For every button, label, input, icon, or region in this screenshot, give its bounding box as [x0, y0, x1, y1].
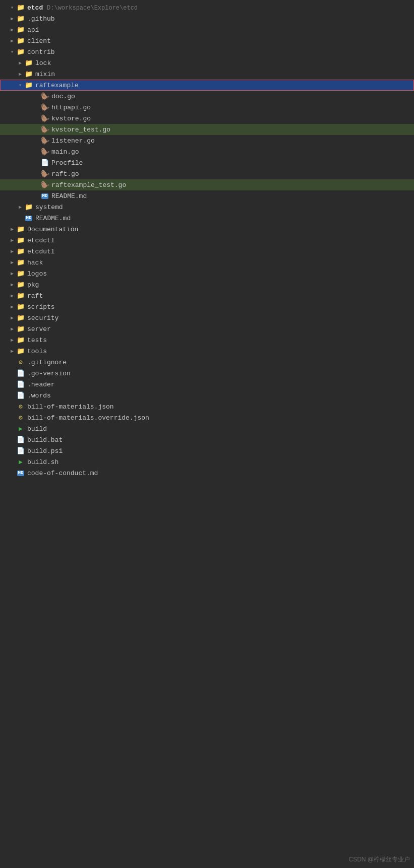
sh-file-icon: ▶ — [16, 457, 25, 466]
tree-item-words[interactable]: 📄 .words — [0, 390, 414, 401]
item-label: kvstore.go — [51, 115, 91, 122]
item-label: raftexample_test.go — [51, 181, 126, 189]
arrow-icon: ▶ — [16, 60, 24, 66]
arrow-icon: ▾ — [16, 82, 24, 88]
file-icon: 📄 — [16, 391, 25, 400]
tree-item-main-go[interactable]: 🦫 main.go — [0, 146, 414, 157]
item-label: systemd — [35, 204, 63, 211]
tree-item-build-bat[interactable]: 📄 build.bat — [0, 434, 414, 445]
item-label: etcdutl — [27, 248, 55, 255]
tree-item-raft[interactable]: ▶ 📁 raft — [0, 290, 414, 301]
folder-icon: 📁 — [16, 14, 25, 23]
item-label: server — [27, 325, 51, 333]
item-label: build.ps1 — [27, 447, 63, 455]
tree-item-systemd[interactable]: ▶ 📁 systemd — [0, 202, 414, 213]
arrow-icon: ▶ — [8, 282, 16, 288]
tree-item-contrib[interactable]: ▾ 📁 contrib — [0, 46, 414, 57]
tree-item-gitignore[interactable]: ⚙ .gitignore — [0, 357, 414, 368]
item-label: raft.go — [51, 170, 79, 178]
tree-item-bill-of-materials-override[interactable]: ⚙ bill-of-materials.override.json — [0, 412, 414, 423]
tree-item-tests[interactable]: ▶ 📁 tests — [0, 335, 414, 346]
item-label: kvstore_test.go — [51, 126, 110, 133]
tree-item-documentation[interactable]: ▶ 📁 Documentation — [0, 224, 414, 235]
tree-item-lock[interactable]: ▶ 📁 lock — [0, 57, 414, 69]
item-label: security — [27, 314, 58, 322]
tree-item-etcd-root[interactable]: ▾ 📁 etcd D:\workspace\Explore\etcd — [0, 2, 414, 13]
tree-item-build[interactable]: ▶ build — [0, 423, 414, 434]
file-icon: 📄 — [16, 369, 25, 378]
tree-item-scripts[interactable]: ▶ 📁 scripts — [0, 301, 414, 312]
item-label: contrib — [27, 48, 55, 56]
item-label: README.md — [51, 192, 87, 200]
item-label: listener.go — [51, 137, 95, 145]
tree-item-listener-go[interactable]: 🦫 listener.go — [0, 135, 414, 146]
tree-item-httpapi-go[interactable]: 🦫 httpapi.go — [0, 102, 414, 113]
item-label: bill-of-materials.json — [27, 403, 114, 411]
arrow-icon: ▶ — [8, 315, 16, 321]
item-label: main.go — [51, 148, 79, 156]
tree-item-client[interactable]: ▶ 📁 client — [0, 35, 414, 46]
arrow-icon: ▶ — [8, 226, 16, 232]
item-label: mixin — [35, 71, 55, 78]
item-label: scripts — [27, 303, 55, 311]
item-label: httpapi.go — [51, 104, 91, 111]
item-label: README.md — [35, 215, 71, 222]
tree-item-procfile[interactable]: 📄 Procfile — [0, 157, 414, 168]
folder-icon: 📁 — [16, 324, 25, 333]
folder-icon: 📁 — [16, 302, 25, 311]
arrow-icon: ▶ — [8, 237, 16, 243]
folder-icon: 📁 — [16, 36, 25, 45]
arrow-icon: ▶ — [8, 293, 16, 299]
tree-item-tools[interactable]: ▶ 📁 tools — [0, 346, 414, 357]
tree-item-raft-go[interactable]: 🦫 raft.go — [0, 168, 414, 179]
item-label: .github — [27, 15, 55, 23]
tree-item-kvstore-test-go[interactable]: 🦫 kvstore_test.go — [0, 124, 414, 135]
tree-item-go-version[interactable]: 📄 .go-version — [0, 368, 414, 379]
tree-item-raftexample[interactable]: ▾ 📁 raftexample — [0, 80, 414, 91]
folder-icon: 📁 — [16, 247, 25, 256]
item-label: .header — [27, 381, 55, 388]
arrow-icon: ▶ — [8, 304, 16, 310]
go-file-icon: 🦫 — [40, 147, 49, 156]
tree-item-api[interactable]: ▶ 📁 api — [0, 24, 414, 35]
go-file-icon: 🦫 — [40, 180, 49, 189]
tree-item-raftexample-test-go[interactable]: 🦫 raftexample_test.go — [0, 179, 414, 190]
tree-item-mixin[interactable]: ▶ 📁 mixin — [0, 69, 414, 80]
tree-item-hack[interactable]: ▶ 📁 hack — [0, 257, 414, 268]
tree-item-etcdutl[interactable]: ▶ 📁 etcdutl — [0, 246, 414, 257]
tree-item-github[interactable]: ▶ 📁 .github — [0, 13, 414, 24]
tree-item-header[interactable]: 📄 .header — [0, 379, 414, 390]
folder-icon: 📁 — [24, 58, 33, 68]
tree-item-pkg[interactable]: ▶ 📁 pkg — [0, 279, 414, 290]
item-label: client — [27, 37, 51, 45]
item-label: tests — [27, 337, 47, 344]
item-label: etcdctl — [27, 237, 55, 244]
tree-item-logos[interactable]: ▶ 📁 logos — [0, 268, 414, 279]
tree-item-readme-md-2[interactable]: MD README.md — [0, 213, 414, 224]
folder-icon: 📁 — [16, 3, 25, 12]
tree-item-security[interactable]: ▶ 📁 security — [0, 312, 414, 323]
tree-item-build-ps1[interactable]: 📄 build.ps1 — [0, 445, 414, 456]
md-file-icon: MD — [24, 214, 33, 223]
arrow-icon: ▶ — [8, 16, 16, 22]
tree-item-kvstore-go[interactable]: 🦫 kvstore.go — [0, 113, 414, 124]
item-label: bill-of-materials.override.json — [27, 414, 149, 422]
folder-icon: 📁 — [16, 225, 25, 234]
tree-item-code-of-conduct[interactable]: MD code-of-conduct.md — [0, 468, 414, 479]
folder-icon: 📁 — [16, 236, 25, 245]
tree-item-doc-go[interactable]: 🦫 doc.go — [0, 91, 414, 102]
folder-icon: 📁 — [16, 47, 25, 56]
json-file-icon: ⚙ — [16, 413, 25, 422]
file-tree: ▾ 📁 etcd D:\workspace\Explore\etcd ▶ 📁 .… — [0, 0, 414, 481]
tree-item-build-sh[interactable]: ▶ build.sh — [0, 456, 414, 468]
folder-icon: 📁 — [24, 203, 33, 212]
go-file-icon: 🦫 — [40, 125, 49, 134]
tree-item-etcdctl[interactable]: ▶ 📁 etcdctl — [0, 235, 414, 246]
tree-item-bill-of-materials[interactable]: ⚙ bill-of-materials.json — [0, 401, 414, 412]
item-label: .words — [27, 392, 51, 399]
item-label: raftexample — [35, 82, 79, 89]
md-file-icon: MD — [40, 191, 49, 201]
item-label: hack — [27, 259, 43, 266]
tree-item-readme-md-1[interactable]: MD README.md — [0, 190, 414, 202]
tree-item-server[interactable]: ▶ 📁 server — [0, 323, 414, 335]
